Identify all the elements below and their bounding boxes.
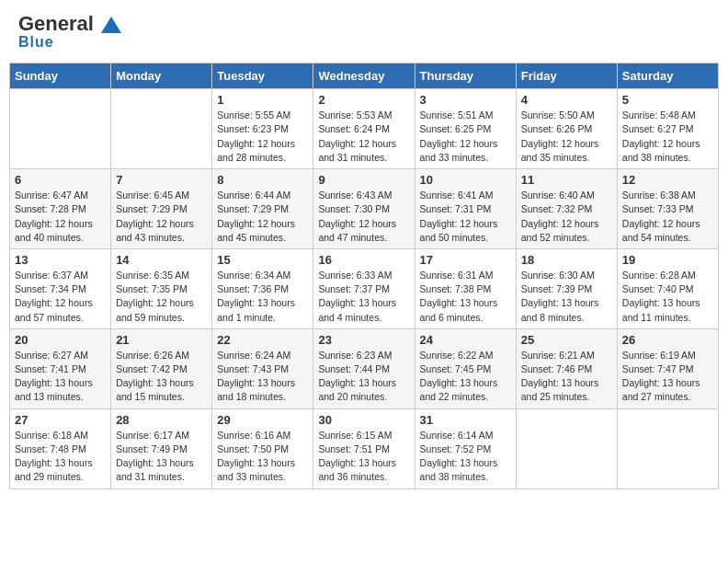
calendar-cell: 2Sunrise: 5:53 AM Sunset: 6:24 PM Daylig… — [313, 89, 415, 169]
calendar-week-row: 27Sunrise: 6:18 AM Sunset: 7:48 PM Dayli… — [10, 408, 719, 488]
day-number: 1 — [217, 93, 308, 107]
calendar-table: SundayMondayTuesdayWednesdayThursdayFrid… — [9, 63, 719, 488]
calendar-cell — [10, 89, 111, 169]
day-number: 6 — [15, 173, 106, 187]
calendar-cell: 27Sunrise: 6:18 AM Sunset: 7:48 PM Dayli… — [10, 408, 111, 488]
day-detail: Sunrise: 5:53 AM Sunset: 6:24 PM Dayligh… — [318, 109, 409, 165]
calendar-week-row: 6Sunrise: 6:47 AM Sunset: 7:28 PM Daylig… — [10, 169, 719, 249]
day-number: 27 — [15, 413, 106, 427]
calendar-header-wednesday: Wednesday — [313, 63, 415, 89]
calendar-header-monday: Monday — [111, 63, 212, 89]
day-number: 22 — [217, 333, 308, 347]
calendar-cell: 25Sunrise: 6:21 AM Sunset: 7:46 PM Dayli… — [516, 328, 617, 408]
calendar-cell — [516, 408, 617, 488]
day-number: 9 — [318, 173, 409, 187]
calendar-cell: 12Sunrise: 6:38 AM Sunset: 7:33 PM Dayli… — [617, 169, 718, 249]
day-detail: Sunrise: 6:18 AM Sunset: 7:48 PM Dayligh… — [15, 429, 106, 485]
day-detail: Sunrise: 6:35 AM Sunset: 7:35 PM Dayligh… — [116, 269, 207, 325]
day-number: 2 — [318, 93, 409, 107]
day-number: 26 — [622, 333, 713, 347]
day-number: 30 — [318, 413, 409, 427]
day-number: 24 — [420, 333, 511, 347]
calendar-cell: 15Sunrise: 6:34 AM Sunset: 7:36 PM Dayli… — [212, 248, 313, 328]
calendar-cell: 16Sunrise: 6:33 AM Sunset: 7:37 PM Dayli… — [313, 248, 415, 328]
day-number: 20 — [15, 333, 106, 347]
day-number: 28 — [116, 413, 207, 427]
day-number: 4 — [521, 93, 612, 107]
day-detail: Sunrise: 6:45 AM Sunset: 7:29 PM Dayligh… — [116, 189, 207, 245]
calendar-header-row: SundayMondayTuesdayWednesdayThursdayFrid… — [10, 63, 719, 89]
day-number: 25 — [521, 333, 612, 347]
calendar-cell: 20Sunrise: 6:27 AM Sunset: 7:41 PM Dayli… — [10, 328, 111, 408]
day-number: 31 — [420, 413, 511, 427]
day-number: 29 — [217, 413, 308, 427]
day-detail: Sunrise: 6:34 AM Sunset: 7:36 PM Dayligh… — [217, 269, 308, 325]
calendar-cell: 17Sunrise: 6:31 AM Sunset: 7:38 PM Dayli… — [415, 248, 516, 328]
logo-triangle-icon — [101, 16, 121, 34]
day-detail: Sunrise: 6:41 AM Sunset: 7:31 PM Dayligh… — [420, 189, 511, 245]
day-number: 23 — [318, 333, 409, 347]
day-detail: Sunrise: 5:55 AM Sunset: 6:23 PM Dayligh… — [217, 109, 308, 165]
calendar-week-row: 1Sunrise: 5:55 AM Sunset: 6:23 PM Daylig… — [10, 89, 719, 169]
svg-marker-0 — [101, 17, 121, 33]
calendar-cell: 3Sunrise: 5:51 AM Sunset: 6:25 PM Daylig… — [415, 89, 516, 169]
day-detail: Sunrise: 5:48 AM Sunset: 6:27 PM Dayligh… — [622, 109, 713, 165]
day-number: 11 — [521, 173, 612, 187]
calendar-cell — [111, 89, 212, 169]
day-detail: Sunrise: 6:43 AM Sunset: 7:30 PM Dayligh… — [318, 189, 409, 245]
logo: General Blue — [18, 14, 121, 51]
day-detail: Sunrise: 6:19 AM Sunset: 7:47 PM Dayligh… — [622, 349, 713, 405]
calendar-cell: 18Sunrise: 6:30 AM Sunset: 7:39 PM Dayli… — [516, 248, 617, 328]
day-detail: Sunrise: 6:37 AM Sunset: 7:34 PM Dayligh… — [15, 269, 106, 325]
day-number: 3 — [420, 93, 511, 107]
day-number: 17 — [420, 253, 511, 267]
calendar-cell: 19Sunrise: 6:28 AM Sunset: 7:40 PM Dayli… — [617, 248, 718, 328]
day-detail: Sunrise: 6:31 AM Sunset: 7:38 PM Dayligh… — [420, 269, 511, 325]
day-number: 18 — [521, 253, 612, 267]
day-detail: Sunrise: 6:40 AM Sunset: 7:32 PM Dayligh… — [521, 189, 612, 245]
calendar-cell: 28Sunrise: 6:17 AM Sunset: 7:49 PM Dayli… — [111, 408, 212, 488]
day-detail: Sunrise: 6:23 AM Sunset: 7:44 PM Dayligh… — [318, 349, 409, 405]
calendar-header-sunday: Sunday — [10, 63, 111, 89]
calendar-cell: 7Sunrise: 6:45 AM Sunset: 7:29 PM Daylig… — [111, 169, 212, 249]
calendar-cell: 26Sunrise: 6:19 AM Sunset: 7:47 PM Dayli… — [617, 328, 718, 408]
day-detail: Sunrise: 6:16 AM Sunset: 7:50 PM Dayligh… — [217, 429, 308, 485]
day-detail: Sunrise: 6:21 AM Sunset: 7:46 PM Dayligh… — [521, 349, 612, 405]
day-detail: Sunrise: 6:38 AM Sunset: 7:33 PM Dayligh… — [622, 189, 713, 245]
day-detail: Sunrise: 6:26 AM Sunset: 7:42 PM Dayligh… — [116, 349, 207, 405]
calendar-week-row: 20Sunrise: 6:27 AM Sunset: 7:41 PM Dayli… — [10, 328, 719, 408]
calendar-cell: 29Sunrise: 6:16 AM Sunset: 7:50 PM Dayli… — [212, 408, 313, 488]
calendar-week-row: 13Sunrise: 6:37 AM Sunset: 7:34 PM Dayli… — [10, 248, 719, 328]
calendar-cell: 24Sunrise: 6:22 AM Sunset: 7:45 PM Dayli… — [415, 328, 516, 408]
day-number: 13 — [15, 253, 106, 267]
logo-blue: Blue — [18, 34, 54, 50]
day-number: 12 — [622, 173, 713, 187]
calendar-cell: 4Sunrise: 5:50 AM Sunset: 6:26 PM Daylig… — [516, 89, 617, 169]
day-detail: Sunrise: 6:28 AM Sunset: 7:40 PM Dayligh… — [622, 269, 713, 325]
calendar-cell: 21Sunrise: 6:26 AM Sunset: 7:42 PM Dayli… — [111, 328, 212, 408]
calendar-header-thursday: Thursday — [415, 63, 516, 89]
calendar-cell: 31Sunrise: 6:14 AM Sunset: 7:52 PM Dayli… — [415, 408, 516, 488]
calendar-cell: 22Sunrise: 6:24 AM Sunset: 7:43 PM Dayli… — [212, 328, 313, 408]
day-detail: Sunrise: 5:50 AM Sunset: 6:26 PM Dayligh… — [521, 109, 612, 165]
day-detail: Sunrise: 6:33 AM Sunset: 7:37 PM Dayligh… — [318, 269, 409, 325]
day-detail: Sunrise: 6:14 AM Sunset: 7:52 PM Dayligh… — [420, 429, 511, 485]
calendar-cell: 30Sunrise: 6:15 AM Sunset: 7:51 PM Dayli… — [313, 408, 415, 488]
day-number: 8 — [217, 173, 308, 187]
calendar-cell: 13Sunrise: 6:37 AM Sunset: 7:34 PM Dayli… — [10, 248, 111, 328]
day-number: 19 — [622, 253, 713, 267]
day-number: 10 — [420, 173, 511, 187]
calendar-cell: 10Sunrise: 6:41 AM Sunset: 7:31 PM Dayli… — [415, 169, 516, 249]
header: General Blue — [9, 9, 719, 55]
day-number: 15 — [217, 253, 308, 267]
day-number: 16 — [318, 253, 409, 267]
calendar-cell: 9Sunrise: 6:43 AM Sunset: 7:30 PM Daylig… — [313, 169, 415, 249]
calendar-cell: 1Sunrise: 5:55 AM Sunset: 6:23 PM Daylig… — [212, 89, 313, 169]
day-number: 5 — [622, 93, 713, 107]
day-detail: Sunrise: 6:47 AM Sunset: 7:28 PM Dayligh… — [15, 189, 106, 245]
day-number: 7 — [116, 173, 207, 187]
calendar-cell: 11Sunrise: 6:40 AM Sunset: 7:32 PM Dayli… — [516, 169, 617, 249]
calendar-header-tuesday: Tuesday — [212, 63, 313, 89]
calendar-cell: 5Sunrise: 5:48 AM Sunset: 6:27 PM Daylig… — [617, 89, 718, 169]
day-detail: Sunrise: 6:44 AM Sunset: 7:29 PM Dayligh… — [217, 189, 308, 245]
